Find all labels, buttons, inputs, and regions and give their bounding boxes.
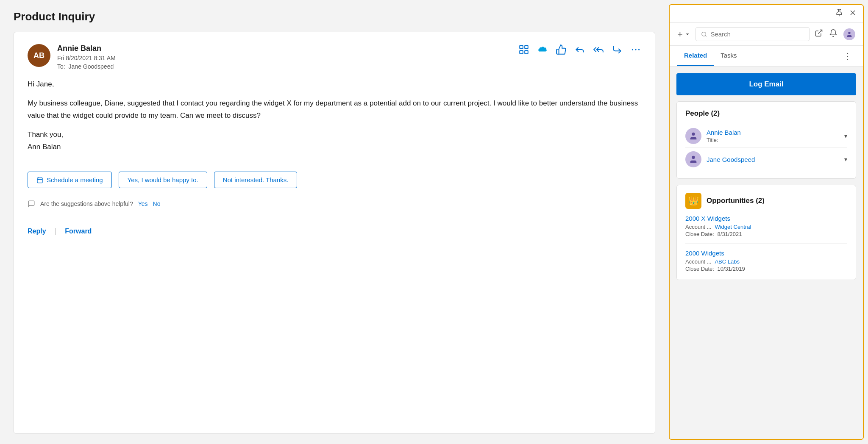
no-link[interactable]: No bbox=[153, 200, 161, 207]
forward-icon[interactable] bbox=[612, 44, 623, 55]
sender-info: Annie Balan Fri 8/20/2021 8:31 AM To: Ja… bbox=[57, 44, 518, 70]
reply-all-icon[interactable] bbox=[593, 44, 604, 55]
right-panel: + bbox=[669, 4, 864, 440]
to-name: Jane Goodspeed bbox=[69, 63, 114, 70]
salesforce-icon[interactable] bbox=[537, 44, 548, 55]
to-label: To: bbox=[57, 63, 65, 70]
person-dropdown-annie[interactable]: ▾ bbox=[844, 133, 847, 139]
people-section: People (2) Annie Balan Title: ▾ bbox=[676, 101, 856, 179]
tabs-row: Related Tasks ⋮ bbox=[670, 46, 863, 67]
svg-point-19 bbox=[692, 156, 695, 159]
opportunities-title: Opportunities (2) bbox=[707, 197, 765, 205]
page-title: Product Inquiry bbox=[14, 10, 655, 23]
bell-icon[interactable] bbox=[829, 29, 837, 39]
sender-date: Fri 8/20/2021 8:31 AM bbox=[57, 55, 518, 61]
opportunity-detail-2: Account ... ABC Labs bbox=[685, 258, 847, 265]
person-name-annie[interactable]: Annie Balan bbox=[707, 129, 844, 136]
chevron-down-icon bbox=[684, 31, 690, 37]
user-avatar-icon[interactable] bbox=[843, 28, 855, 40]
person-details-jane: Jane Goodspeed bbox=[707, 156, 844, 163]
footer-divider: | bbox=[55, 227, 57, 236]
svg-line-15 bbox=[705, 35, 707, 36]
log-email-button[interactable]: Log Email bbox=[676, 73, 856, 95]
close-icon[interactable] bbox=[849, 8, 857, 19]
opportunities-icon: 👑 bbox=[685, 193, 701, 209]
person-name-jane[interactable]: Jane Goodspeed bbox=[707, 156, 844, 163]
person-row: Jane Goodspeed ▾ bbox=[685, 148, 847, 171]
search-input[interactable] bbox=[710, 31, 804, 38]
opportunity-date-1: Close Date: 8/31/2021 bbox=[685, 231, 847, 237]
person-row: Annie Balan Title: ▾ bbox=[685, 125, 847, 148]
opportunity-name-2[interactable]: 2000 Widgets bbox=[685, 250, 847, 257]
person-dropdown-jane[interactable]: ▾ bbox=[844, 156, 847, 163]
svg-point-17 bbox=[848, 32, 850, 34]
pin-icon[interactable] bbox=[835, 8, 843, 19]
grid-icon[interactable] bbox=[518, 44, 529, 55]
schedule-meeting-button[interactable]: Schedule a meeting bbox=[28, 172, 112, 188]
thumbsup-icon[interactable] bbox=[556, 44, 567, 55]
svg-rect-7 bbox=[37, 178, 42, 183]
left-panel: Product Inquiry AB Annie Balan Fri 8/20/… bbox=[0, 0, 669, 444]
not-interested-button[interactable]: Not interested. Thanks. bbox=[214, 172, 298, 188]
suggestion-text: Are the suggestions above helpful? bbox=[40, 200, 133, 207]
svg-rect-0 bbox=[520, 45, 523, 49]
tabs-more-icon[interactable]: ⋮ bbox=[840, 47, 855, 64]
svg-point-6 bbox=[638, 49, 640, 50]
email-card: AB Annie Balan Fri 8/20/2021 8:31 AM To:… bbox=[14, 32, 655, 434]
person-icon bbox=[689, 131, 698, 141]
svg-rect-2 bbox=[520, 50, 523, 54]
tab-related[interactable]: Related bbox=[677, 46, 714, 66]
svg-rect-3 bbox=[525, 50, 528, 54]
opportunity-detail-1: Account ... Widget Central bbox=[685, 224, 847, 230]
people-section-title: People (2) bbox=[685, 109, 847, 118]
svg-point-18 bbox=[692, 133, 695, 136]
person-icon bbox=[689, 155, 698, 164]
search-icon bbox=[701, 31, 707, 38]
person-details-annie: Annie Balan Title: bbox=[707, 129, 844, 143]
yes-link[interactable]: Yes bbox=[138, 200, 148, 207]
reply-link[interactable]: Reply bbox=[28, 228, 46, 235]
greeting: Hi Jane, bbox=[28, 78, 641, 91]
suggestion-row: Are the suggestions above helpful? Yes N… bbox=[28, 200, 641, 208]
opportunity-name-1[interactable]: 2000 X Widgets bbox=[685, 215, 847, 222]
opportunity-item: 2000 Widgets Account ... ABC Labs Close … bbox=[685, 250, 847, 272]
opportunity-date-2: Close Date: 10/31/2019 bbox=[685, 266, 847, 272]
calendar-icon bbox=[36, 177, 43, 183]
forward-link[interactable]: Forward bbox=[65, 228, 92, 235]
action-buttons: Schedule a meeting Yes, I would be happy… bbox=[28, 172, 641, 188]
email-footer: Reply | Forward bbox=[28, 218, 641, 236]
email-toolbar bbox=[518, 44, 641, 55]
person-avatar-annie bbox=[685, 128, 701, 144]
chat-icon bbox=[28, 200, 35, 208]
search-box bbox=[696, 27, 810, 41]
sender-to: To: Jane Goodspeed bbox=[57, 63, 518, 70]
happy-to-button[interactable]: Yes, I would be happy to. bbox=[119, 172, 207, 188]
svg-line-16 bbox=[818, 30, 822, 34]
avatar: AB bbox=[28, 44, 50, 67]
svg-point-4 bbox=[632, 49, 633, 50]
right-panel-header: + bbox=[670, 23, 863, 46]
svg-rect-1 bbox=[525, 45, 528, 49]
add-button[interactable]: + bbox=[677, 29, 690, 40]
opportunity-item: 2000 X Widgets Account ... Widget Centra… bbox=[685, 215, 847, 244]
sender-name: Annie Balan bbox=[57, 44, 518, 53]
tab-tasks[interactable]: Tasks bbox=[714, 46, 743, 66]
person-avatar-jane bbox=[685, 151, 701, 167]
svg-point-5 bbox=[635, 49, 636, 50]
more-icon[interactable] bbox=[630, 44, 641, 55]
email-body: Hi Jane, My business colleague, Diane, s… bbox=[28, 78, 641, 160]
email-header: AB Annie Balan Fri 8/20/2021 8:31 AM To:… bbox=[28, 44, 641, 70]
opportunity-header: 👑 Opportunities (2) bbox=[685, 193, 847, 209]
closing: Thank you, Ann Balan bbox=[28, 129, 641, 153]
reply-icon[interactable] bbox=[574, 44, 585, 55]
header-icons bbox=[815, 28, 855, 40]
opportunities-section: 👑 Opportunities (2) 2000 X Widgets Accou… bbox=[676, 185, 856, 280]
person-title-annie: Title: bbox=[707, 137, 844, 143]
right-panel-body: Log Email People (2) Annie Balan Title: … bbox=[670, 67, 863, 439]
right-panel-topbar bbox=[670, 5, 863, 23]
external-link-icon[interactable] bbox=[815, 29, 823, 39]
body-paragraph: My business colleague, Diane, suggested … bbox=[28, 97, 641, 122]
svg-point-14 bbox=[702, 32, 706, 36]
